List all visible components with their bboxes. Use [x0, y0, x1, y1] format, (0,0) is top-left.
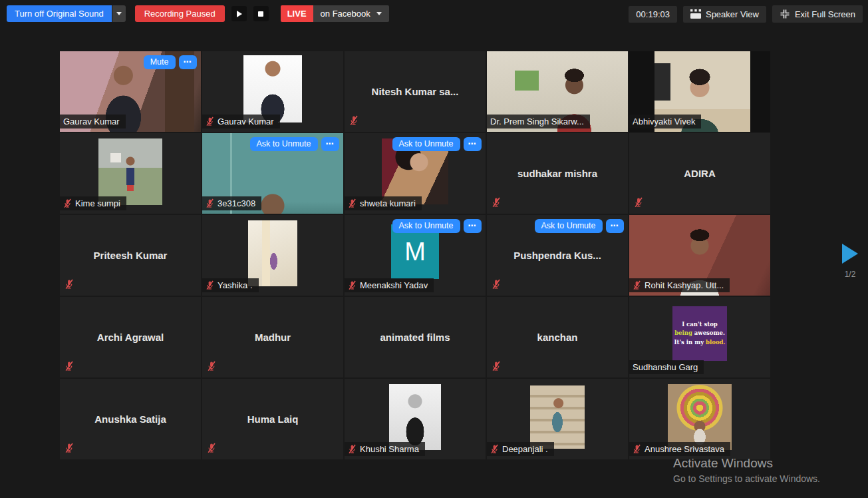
participant-more-button[interactable]: ⋯: [464, 219, 482, 233]
mute-button[interactable]: Mute: [144, 55, 176, 69]
exit-full-screen-button[interactable]: Exit Full Screen: [772, 5, 863, 23]
topbar-left: Turn off Original Sound Recording Paused…: [7, 5, 389, 22]
mic-muted-icon: [63, 198, 72, 208]
speaker-view-button[interactable]: Speaker View: [683, 6, 766, 23]
participant-name-label: Abhivyakti Vivek: [629, 115, 701, 128]
participant-tile[interactable]: Kime sumpi: [60, 133, 201, 214]
participant-tile[interactable]: Dr. Prem Singh Sikarw...: [487, 51, 628, 132]
participant-tile[interactable]: Madhur: [202, 297, 343, 377]
participant-tile[interactable]: sudhakar mishra: [487, 133, 628, 214]
participant-actions: Ask to Unmute⋯: [535, 219, 624, 233]
participant-tile[interactable]: Abhivyakti Vivek: [629, 51, 770, 132]
participant-actions: Ask to Unmute⋯: [392, 137, 482, 151]
quote-line: being awesome.: [674, 329, 725, 338]
participant-name-centered: Nitesh Kumar sa...: [345, 51, 486, 132]
recording-resume-button[interactable]: [231, 6, 247, 21]
participant-tile[interactable]: Khushi Sharma: [345, 379, 486, 459]
participant-more-button[interactable]: ⋯: [464, 137, 482, 151]
participant-name-label: Dr. Prem Singh Sikarw...: [487, 115, 590, 128]
participant-more-button[interactable]: ⋯: [606, 219, 625, 233]
participant-media: [248, 220, 297, 286]
ask-to-unmute-button[interactable]: Ask to Unmute: [392, 219, 460, 233]
participant-tile[interactable]: Anushree Srivastava: [629, 379, 770, 459]
recording-paused-button[interactable]: Recording Paused: [135, 5, 225, 22]
live-destination-label: on Facebook: [321, 9, 370, 19]
participant-tile[interactable]: Huma Laiq: [202, 379, 343, 459]
participant-tile[interactable]: Pushpendra Kus... Ask to Unmute⋯: [487, 215, 628, 296]
mic-muted-icon: [348, 280, 357, 290]
participant-name-label: Deepanjali .: [487, 442, 554, 456]
participant-tile[interactable]: Deepanjali .: [487, 379, 628, 459]
participant-tile[interactable]: Ask to Unmute⋯ shweta kumari: [345, 133, 486, 214]
original-sound-dropdown[interactable]: [112, 5, 126, 22]
ask-to-unmute-button[interactable]: Ask to Unmute: [250, 137, 318, 151]
participant-name-centered: sudhakar mishra: [487, 133, 628, 214]
recording-stop-button[interactable]: [253, 6, 269, 21]
participant-name: Deepanjali .: [502, 444, 548, 454]
play-icon: [237, 11, 242, 17]
participant-tile[interactable]: M Ask to Unmute⋯ Meenakshi Yadav: [345, 215, 486, 296]
next-page-arrow-icon[interactable]: [842, 244, 858, 264]
mic-muted-icon: [207, 361, 216, 372]
participant-tile[interactable]: Mute⋯ Gaurav Kumar: [60, 51, 201, 132]
live-badge: LIVE: [281, 5, 313, 22]
participant-tile[interactable]: I can't stopbeing awesome.It's in my blo…: [629, 297, 770, 377]
quote-line: I can't stop: [682, 320, 718, 329]
participant-name-centered: ADIRA: [629, 133, 770, 214]
ask-to-unmute-button[interactable]: Ask to Unmute: [535, 219, 603, 233]
mic-muted-icon: [348, 198, 357, 208]
participant-name-label: 3e31c308: [202, 196, 261, 210]
participant-name: shweta kumari: [360, 198, 416, 208]
participant-name-label: Sudhanshu Garg: [629, 360, 704, 374]
participant-tile[interactable]: kanchan: [487, 297, 628, 377]
participant-tile[interactable]: animated films: [345, 297, 486, 377]
participant-name-centered: Anushka Satija: [60, 379, 201, 459]
participant-name: Dr. Prem Singh Sikarw...: [490, 117, 584, 126]
ask-to-unmute-button[interactable]: Ask to Unmute: [392, 137, 460, 151]
mic-muted-icon: [65, 279, 74, 290]
participant-more-button[interactable]: ⋯: [321, 137, 340, 151]
mic-muted-icon: [492, 361, 501, 372]
original-sound-button[interactable]: Turn off Original Sound: [7, 5, 112, 22]
mic-muted-icon: [206, 117, 214, 126]
participant-name-label: Khushi Sharma: [345, 442, 425, 456]
participant-name: Khushi Sharma: [360, 444, 419, 454]
participant-tile[interactable]: Anushka Satija: [60, 379, 201, 459]
exit-full-screen-label: Exit Full Screen: [795, 9, 855, 19]
participant-media: I can't stopbeing awesome.It's in my blo…: [672, 306, 727, 361]
participant-name-label: Meenakshi Yadav: [345, 278, 434, 292]
participant-name-centered: Priteesh Kumar: [60, 215, 201, 296]
live-destination[interactable]: on Facebook: [313, 5, 389, 22]
mic-muted-icon: [492, 197, 501, 208]
participant-name: Kime sumpi: [75, 198, 120, 208]
mic-muted-icon: [490, 444, 499, 454]
mic-muted-icon: [65, 361, 74, 372]
caret-down-icon: [116, 12, 122, 15]
mic-muted-icon: [633, 280, 641, 290]
participant-tile[interactable]: Ask to Unmute⋯ 3e31c308: [202, 133, 343, 214]
mic-muted-icon: [206, 280, 214, 290]
participant-media: [98, 138, 162, 205]
mic-muted-icon: [348, 444, 357, 454]
participant-tile[interactable]: Rohit Kashyap. Utt...: [629, 215, 770, 296]
participant-name-label: Kime sumpi: [60, 196, 126, 210]
participant-tile[interactable]: Gaurav Kumar: [202, 51, 343, 132]
mic-muted-icon: [206, 198, 214, 208]
speaker-view-label: Speaker View: [706, 9, 759, 19]
mic-muted-icon: [492, 279, 501, 290]
original-sound-label: Turn off Original Sound: [15, 9, 104, 19]
caret-down-icon: [376, 12, 382, 15]
live-stream-control[interactable]: LIVE on Facebook: [281, 5, 389, 22]
participant-tile[interactable]: Priteesh Kumar: [60, 215, 201, 296]
participant-name-label: Gaurav Kumar: [60, 115, 126, 128]
exit-fullscreen-icon: [780, 9, 790, 19]
participant-name-centered: Huma Laiq: [202, 379, 343, 459]
participant-tile[interactable]: ADIRA: [629, 133, 770, 214]
participant-name-label: Gaurav Kumar: [202, 115, 280, 128]
participant-tile[interactable]: Yashika .: [202, 215, 343, 296]
participant-more-button[interactable]: ⋯: [179, 55, 198, 69]
participant-tile[interactable]: Archi Agrawal: [60, 297, 201, 377]
quote-line: It's in my blood.: [674, 338, 726, 347]
participant-tile[interactable]: Nitesh Kumar sa...: [345, 51, 486, 132]
participant-name-centered: kanchan: [487, 297, 628, 377]
